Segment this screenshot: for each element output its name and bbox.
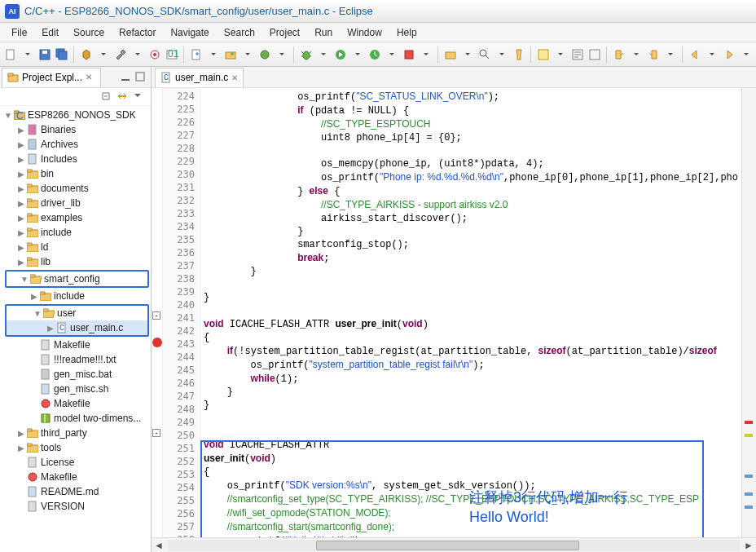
menu-edit[interactable]: Edit <box>35 25 65 40</box>
save-icon[interactable] <box>37 47 51 62</box>
horizontal-scrollbar[interactable]: ◄ ► <box>152 537 756 552</box>
menu-navigate[interactable]: Navigate <box>164 25 215 40</box>
tree-item[interactable]: gen_misc.sh <box>3 382 151 396</box>
menu-source[interactable]: Source <box>67 25 111 40</box>
tree-item[interactable]: ▶cuser_main.c <box>7 320 147 335</box>
tree-item[interactable]: Makefile <box>3 396 151 411</box>
close-icon[interactable]: ✕ <box>86 73 95 82</box>
debug-icon-dropdown[interactable] <box>316 47 330 62</box>
maximize-icon[interactable] <box>134 71 147 84</box>
toggle-mark-icon-dropdown[interactable] <box>553 47 567 62</box>
error-marker-icon[interactable] <box>152 338 162 347</box>
new-icon-dropdown[interactable] <box>20 47 34 62</box>
overview-ruler[interactable] <box>741 88 756 537</box>
code-text[interactable]: os_printf("SC_STATUS_LINK_OVER\n"); if (… <box>200 88 741 537</box>
new-cpp-icon[interactable] <box>189 47 203 62</box>
hammer-icon[interactable] <box>113 47 127 62</box>
minimize-icon[interactable] <box>120 71 133 84</box>
run-icon-dropdown[interactable] <box>350 47 364 62</box>
run-icon[interactable] <box>333 47 347 62</box>
tree-item[interactable]: ▶driver_lib <box>3 196 151 210</box>
tree-item[interactable]: ▶tools <box>3 440 151 455</box>
tree-item[interactable]: README.md <box>3 484 151 499</box>
overview-mark[interactable] <box>745 434 753 437</box>
wrap-icon[interactable] <box>570 47 584 62</box>
tree-item[interactable]: VERSION <box>3 499 151 514</box>
tree-item[interactable]: ▶include <box>3 289 151 303</box>
save-all-icon[interactable] <box>55 47 68 62</box>
build-icon[interactable] <box>79 47 93 62</box>
tree-item[interactable]: gen_misc.bat <box>3 367 151 382</box>
editor-tab-user-main[interactable]: c user_main.c ✕ <box>155 68 244 87</box>
new-class-icon-dropdown[interactable] <box>275 47 288 62</box>
tree-item[interactable]: License <box>3 455 151 470</box>
next-annotation-icon-dropdown[interactable] <box>629 47 643 62</box>
search-icon-dropdown[interactable] <box>494 47 508 62</box>
project-tree[interactable]: ▼CESP8266_NONOS_SDK▶Binaries▶Archives▶In… <box>0 106 151 552</box>
debug-icon[interactable] <box>299 47 313 62</box>
menu-file[interactable]: File <box>5 25 33 40</box>
editor-body[interactable]: -- 2242252262272282292302312322332342352… <box>152 88 756 537</box>
hammer-icon-dropdown[interactable] <box>130 47 144 62</box>
expand-icon[interactable]: ▼ <box>33 309 42 318</box>
binary-icon[interactable]: 01 <box>165 47 178 62</box>
scroll-right-icon[interactable]: ► <box>741 539 756 552</box>
fold-icon[interactable]: - <box>152 311 160 320</box>
tree-item[interactable]: Makefile <box>3 338 151 352</box>
block-icon[interactable] <box>587 47 601 62</box>
view-menu-icon[interactable] <box>133 91 146 104</box>
expand-icon[interactable]: ▶ <box>46 324 55 333</box>
expand-icon[interactable]: ▶ <box>16 126 26 135</box>
tree-item[interactable]: ▶include <box>3 225 151 240</box>
overview-mark[interactable] <box>745 506 753 509</box>
tree-project-root[interactable]: ▼CESP8266_NONOS_SDK <box>3 108 151 122</box>
expand-icon[interactable]: ▶ <box>16 243 26 252</box>
tree-item[interactable]: ▶examples <box>3 210 151 225</box>
project-explorer-tab[interactable]: Project Expl... ✕ <box>2 68 101 87</box>
external-tools-icon[interactable] <box>402 47 415 62</box>
forward-icon-dropdown[interactable] <box>739 47 753 62</box>
tree-item[interactable]: ▶Binaries <box>3 122 151 137</box>
tree-item[interactable]: ▶ld <box>3 240 151 254</box>
tree-item[interactable]: ▶lib <box>3 254 151 269</box>
scroll-thumb[interactable] <box>316 541 579 550</box>
scroll-track[interactable] <box>168 540 740 551</box>
overview-mark[interactable] <box>745 421 753 424</box>
expand-icon[interactable]: ▶ <box>16 170 26 179</box>
prev-annotation-icon[interactable] <box>646 47 660 62</box>
next-annotation-icon[interactable] <box>612 47 626 62</box>
expand-icon[interactable]: ▼ <box>20 275 29 284</box>
toggle-mark-icon[interactable] <box>536 47 550 62</box>
expand-icon[interactable]: ▶ <box>16 429 26 438</box>
profile-icon-dropdown[interactable] <box>385 47 398 62</box>
scroll-left-icon[interactable]: ◄ <box>152 539 166 552</box>
search-icon[interactable] <box>477 47 491 62</box>
menu-search[interactable]: Search <box>218 25 262 40</box>
build-icon-dropdown[interactable] <box>96 47 110 62</box>
close-icon[interactable]: ✕ <box>231 73 238 82</box>
tree-item[interactable]: Makefile <box>3 470 151 484</box>
new-folder-icon-dropdown[interactable] <box>240 47 254 62</box>
menu-refactor[interactable]: Refactor <box>112 25 162 40</box>
new-cpp-icon-dropdown[interactable] <box>206 47 220 62</box>
tree-item[interactable]: ▶Includes <box>3 152 151 166</box>
expand-icon[interactable]: ▶ <box>16 258 26 267</box>
new-class-icon[interactable] <box>257 47 271 62</box>
overview-mark[interactable] <box>745 475 753 478</box>
open-type-icon[interactable] <box>443 47 457 62</box>
tree-item[interactable]: model two-dimens... <box>3 411 151 426</box>
tree-item[interactable]: !!!readme!!!.txt <box>3 352 151 367</box>
link-with-editor-icon[interactable] <box>116 91 130 104</box>
expand-icon[interactable]: ▶ <box>16 444 26 453</box>
profile-icon[interactable] <box>367 47 381 62</box>
forward-icon[interactable] <box>722 47 736 62</box>
expand-icon[interactable]: ▶ <box>16 214 26 223</box>
expand-icon[interactable]: ▶ <box>16 140 26 149</box>
tree-item[interactable]: ▶third_party <box>3 426 151 440</box>
menu-help[interactable]: Help <box>390 25 424 40</box>
back-icon[interactable] <box>688 47 701 62</box>
tree-item[interactable]: ▶bin <box>3 166 151 181</box>
expand-icon[interactable]: ▶ <box>16 199 26 208</box>
tree-item[interactable]: ▼user <box>7 306 147 320</box>
collapse-all-icon[interactable] <box>100 91 113 104</box>
